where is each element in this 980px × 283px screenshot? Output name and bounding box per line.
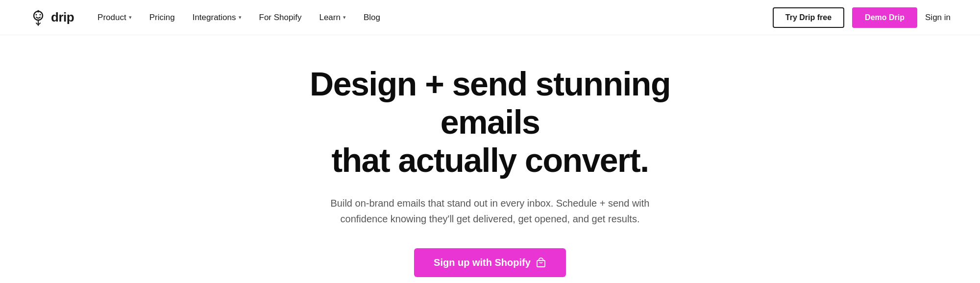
brand-logo[interactable]: drip: [29, 9, 74, 26]
main-nav: drip Product ▾ Pricing Integrations ▾ Fo…: [0, 0, 980, 35]
hero-section: Design + send stunning emails that actua…: [0, 35, 980, 283]
chevron-down-icon: ▾: [239, 14, 242, 21]
try-drip-free-button[interactable]: Try Drip free: [773, 7, 844, 28]
drip-logo-icon: [29, 9, 47, 26]
chevron-down-icon: ▾: [343, 14, 346, 21]
demo-drip-button[interactable]: Demo Drip: [852, 7, 917, 28]
sign-in-button[interactable]: Sign in: [925, 13, 951, 23]
brand-name: drip: [51, 10, 74, 25]
nav-actions: Try Drip free Demo Drip Sign in: [773, 7, 951, 28]
svg-point-2: [40, 14, 41, 15]
nav-product[interactable]: Product ▾: [98, 13, 132, 23]
nav-integrations[interactable]: Integrations ▾: [193, 13, 242, 23]
nav-pricing[interactable]: Pricing: [149, 13, 175, 23]
nav-for-shopify[interactable]: For Shopify: [259, 13, 302, 23]
shopify-bag-icon: [536, 257, 546, 268]
signup-with-shopify-button[interactable]: Sign up with Shopify: [414, 248, 566, 277]
chevron-down-icon: ▾: [129, 14, 132, 21]
nav-blog[interactable]: Blog: [364, 13, 380, 23]
svg-point-0: [34, 11, 43, 20]
nav-links: Product ▾ Pricing Integrations ▾ For Sho…: [98, 13, 773, 23]
hero-headline: Design + send stunning emails that actua…: [270, 65, 710, 180]
hero-subtext: Build on-brand emails that stand out in …: [314, 195, 666, 227]
svg-rect-4: [537, 260, 545, 267]
nav-learn[interactable]: Learn ▾: [319, 13, 345, 23]
svg-point-1: [36, 14, 37, 15]
svg-point-3: [37, 10, 39, 12]
